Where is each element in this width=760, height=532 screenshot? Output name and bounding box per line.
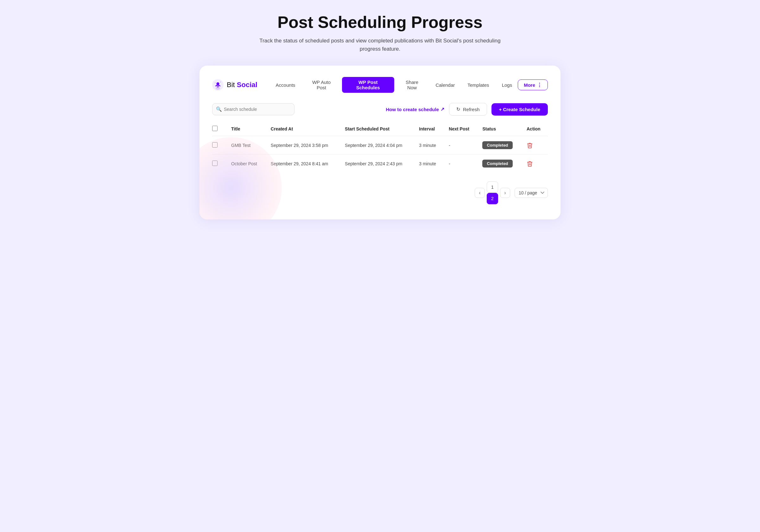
nav-item-logs[interactable]: Logs bbox=[496, 80, 518, 90]
page-button-1[interactable]: 1 bbox=[487, 181, 498, 193]
row-checkbox-cell bbox=[212, 136, 226, 155]
row-interval-2: 3 minute bbox=[414, 155, 444, 173]
logo-text: Bit Social bbox=[227, 81, 258, 89]
delete-button-2[interactable] bbox=[527, 161, 533, 167]
main-nav: Bit Social AccountsWP Auto PostWP Post S… bbox=[212, 77, 548, 93]
row-next-post-2: - bbox=[444, 155, 477, 173]
col-header-title: Title bbox=[226, 122, 266, 136]
row-title-1: GMB Test bbox=[226, 136, 266, 155]
col-header-interval: Interval bbox=[414, 122, 444, 136]
page-subtitle: Track the status of scheduled posts and … bbox=[257, 37, 503, 53]
pagination: ‹ 12 › 10 / page20 / page50 / page bbox=[212, 181, 548, 204]
col-header-action: Action bbox=[522, 122, 548, 136]
table-body: GMB Test September 29, 2024 3:58 pm Sept… bbox=[212, 136, 548, 173]
logo[interactable]: Bit Social bbox=[212, 79, 258, 91]
row-interval-1: 3 minute bbox=[414, 136, 444, 155]
row-start-2: September 29, 2024 2:43 pm bbox=[340, 155, 414, 173]
row-checkbox-1[interactable] bbox=[212, 142, 217, 148]
more-dots-icon: ⋮ bbox=[537, 82, 542, 88]
row-title-2: October Post bbox=[226, 155, 266, 173]
table-row: October Post September 29, 2024 8:41 am … bbox=[212, 155, 548, 173]
page-button-2[interactable]: 2 bbox=[487, 193, 498, 204]
logo-icon bbox=[212, 79, 223, 91]
page-title: Post Scheduling Progress bbox=[277, 13, 482, 32]
toolbar: 🔍 How to create schedule ↗ ↻ Refresh + C… bbox=[212, 103, 548, 116]
row-action-1 bbox=[522, 136, 548, 155]
svg-point-2 bbox=[216, 82, 219, 85]
refresh-button[interactable]: ↻ Refresh bbox=[449, 103, 487, 116]
row-start-1: September 29, 2024 4:04 pm bbox=[340, 136, 414, 155]
row-created-at-2: September 29, 2024 8:41 am bbox=[266, 155, 340, 173]
col-header-start-scheduled-post: Start Scheduled Post bbox=[340, 122, 414, 136]
status-badge-2: Completed bbox=[482, 160, 512, 168]
external-link-icon: ↗ bbox=[441, 106, 445, 112]
nav-item-wp-post-schedules[interactable]: WP Post Schedules bbox=[342, 77, 394, 93]
nav-item-wp-auto-post[interactable]: WP Auto Post bbox=[302, 77, 340, 93]
select-all-checkbox[interactable] bbox=[212, 126, 217, 131]
nav-item-calendar[interactable]: Calendar bbox=[430, 80, 460, 90]
nav-item-templates[interactable]: Templates bbox=[462, 80, 495, 90]
refresh-icon: ↻ bbox=[456, 106, 460, 112]
row-status-2: Completed bbox=[477, 155, 522, 173]
create-schedule-button[interactable]: + Create Schedule bbox=[492, 103, 548, 116]
search-wrapper: 🔍 bbox=[212, 103, 295, 115]
row-created-at-1: September 29, 2024 3:58 pm bbox=[266, 136, 340, 155]
row-action-2 bbox=[522, 155, 548, 173]
prev-page-button[interactable]: ‹ bbox=[475, 188, 485, 198]
next-page-button[interactable]: › bbox=[500, 188, 510, 198]
search-icon: 🔍 bbox=[216, 106, 222, 112]
col-header-created-at: Created At bbox=[266, 122, 340, 136]
delete-button-1[interactable] bbox=[527, 142, 533, 149]
search-input[interactable] bbox=[212, 103, 295, 115]
per-page-select[interactable]: 10 / page20 / page50 / page bbox=[515, 188, 548, 198]
table-header: Title Created At Start Scheduled Post In… bbox=[212, 122, 548, 136]
row-next-post-1: - bbox=[444, 136, 477, 155]
app-card: Bit Social AccountsWP Auto PostWP Post S… bbox=[200, 66, 560, 219]
nav-items: AccountsWP Auto PostWP Post SchedulesSha… bbox=[270, 77, 518, 93]
how-to-link[interactable]: How to create schedule ↗ bbox=[386, 106, 445, 112]
col-header-next-post: Next Post bbox=[444, 122, 477, 136]
row-checkbox-2[interactable] bbox=[212, 161, 217, 166]
nav-item-share-now[interactable]: Share Now bbox=[396, 77, 429, 93]
status-badge-1: Completed bbox=[482, 141, 512, 149]
table-row: GMB Test September 29, 2024 3:58 pm Sept… bbox=[212, 136, 548, 155]
schedule-table: Title Created At Start Scheduled Post In… bbox=[212, 122, 548, 172]
nav-item-accounts[interactable]: Accounts bbox=[270, 80, 301, 90]
col-header-checkbox bbox=[212, 122, 226, 136]
row-checkbox-cell bbox=[212, 155, 226, 173]
col-header-status: Status bbox=[477, 122, 522, 136]
toolbar-right: How to create schedule ↗ ↻ Refresh + Cre… bbox=[386, 103, 548, 116]
row-status-1: Completed bbox=[477, 136, 522, 155]
more-button[interactable]: More ⋮ bbox=[518, 79, 548, 90]
